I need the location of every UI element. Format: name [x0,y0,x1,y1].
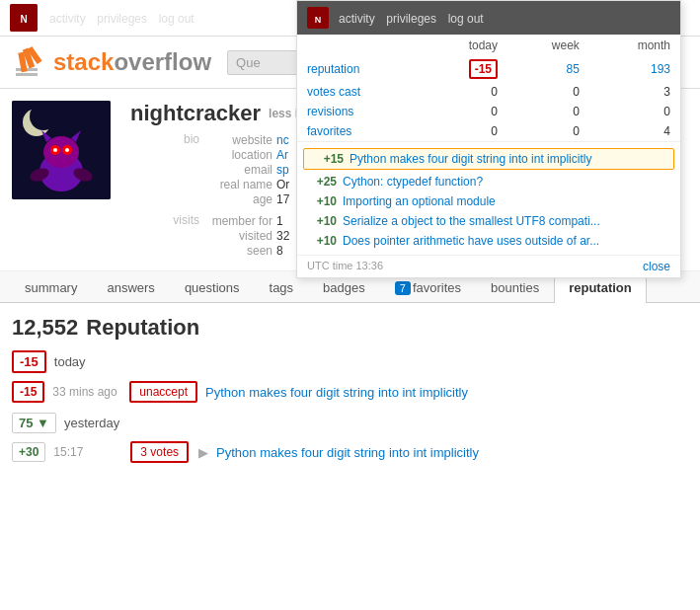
row-today-favorites: 0 [424,121,507,141]
website-value[interactable]: nc [276,133,289,147]
bio-label-area: bio [130,132,199,207]
triangle-icon: ▶ [198,445,208,460]
dropdown-item1-text[interactable]: Python makes four digit string into int … [350,152,591,166]
logo-area: stackoverflow [12,44,211,80]
dropdown-item-4: +10 Serialize a object to the smallest U… [297,211,680,231]
rep-today-change: -15 [12,350,46,373]
logo-text: stackoverflow [53,48,211,76]
row-label-votes[interactable]: votes cast [297,82,424,102]
row-week-votes: 0 [507,82,589,102]
dropdown-item4-score: +10 [307,214,337,228]
reputation-content: 12,552 Reputation -15 today -15 33 mins … [0,303,700,481]
svg-point-10 [30,103,57,130]
dropdown-avatar: N [307,7,329,29]
profile-avatar [12,101,111,199]
visited-value: 32 [276,229,289,243]
rep-yesterday-label: yesterday [64,416,119,430]
dropdown-item-5: +10 Does pointer arithmetic have uses ou… [297,231,680,251]
dropdown-item3-score: +10 [307,194,337,208]
topbar-activity-link[interactable]: activity [49,12,86,26]
rep-item-2: +30 15:17 3 votes ▶ Python makes four di… [12,439,688,465]
location-label: location [203,148,272,162]
row-month-votes: 3 [589,82,680,102]
realname-label: real name [203,178,272,191]
rep-item1-time: 33 mins ago [52,385,121,399]
dropdown-activity-link[interactable]: activity [339,12,375,26]
dropdown-privileges-link[interactable]: privileges [386,12,436,26]
dropdown-item3-text[interactable]: Importing an optional module [343,194,496,208]
table-row-reputation: reputation -15 85 193 [297,56,680,82]
row-month-favorites: 4 [589,121,680,141]
tab-summary[interactable]: summary [10,271,92,303]
email-label: email [203,163,272,177]
rep-item2-change: +30 [12,442,45,462]
seen-value: 8 [276,244,283,258]
location-value: Ar [276,148,288,162]
col-month: month [589,35,680,56]
visits-details: member for 1 visited 32 seen 8 [203,213,289,259]
svg-point-12 [43,136,79,168]
visited-label: visited [203,229,272,243]
svg-point-15 [53,148,57,152]
dropdown-items: +15 Python makes four digit string into … [297,141,680,255]
dropdown-footer: UTC time 13:36 close [297,255,680,277]
close-link[interactable]: close [643,260,670,273]
bio-details: website nc location Ar email sp real nam… [203,132,289,207]
rep-item1-text[interactable]: Python makes four digit string into int … [205,385,468,400]
svg-point-16 [65,148,69,152]
tab-questions[interactable]: questions [170,271,255,303]
row-week-reputation: 85 [507,56,589,82]
rep-item2-text[interactable]: Python makes four digit string into int … [216,445,479,460]
topbar-logout-link[interactable]: log out [159,12,194,26]
table-row-favorites: favorites 0 0 4 [297,121,680,141]
dropdown-item-3: +10 Importing an optional module [297,191,680,211]
dropdown-item-1: +15 Python makes four digit string into … [303,148,674,170]
rep-yesterday-change: 75 ▼ [12,413,56,433]
rep-yesterday-row: 75 ▼ yesterday [12,413,688,433]
age-label: age [203,192,272,206]
col-week: week [507,35,589,56]
row-today-reputation: -15 [424,56,507,82]
row-today-votes: 0 [424,82,507,102]
realname-value: Or [276,178,289,191]
memberfor-label: member for [203,214,272,228]
table-row-revisions: revisions 0 0 0 [297,102,680,121]
age-value: 17 [276,192,289,206]
dropdown-item2-score: +25 [307,175,337,189]
unaccept-button[interactable]: unaccept [129,381,197,403]
rep-title-number: 12,552 [12,315,78,341]
row-label-reputation[interactable]: reputation [297,56,424,82]
dropdown-item-2: +25 Cython: ctypedef function? [297,172,680,191]
dropdown-header: N activity privileges log out [297,1,680,35]
dropdown-item5-text[interactable]: Does pointer arithmetic have uses outsid… [343,234,599,248]
rep-item1-change: -15 [12,381,44,403]
rep-today-label: today [54,354,86,369]
rep-today-row: -15 today [12,350,688,373]
topbar-avatar: N [10,4,38,32]
svg-text:N: N [315,15,322,25]
favorites-badge: 7 [395,281,411,295]
dropdown-nav: activity privileges log out [339,11,492,26]
seen-label: seen [203,244,272,258]
row-month-reputation: 193 [589,56,680,82]
dropdown-item1-score: +15 [314,152,344,166]
col-today: today [424,35,507,56]
row-label-revisions[interactable]: revisions [297,102,424,121]
topbar-privileges-link[interactable]: privileges [97,12,147,26]
row-month-revisions: 0 [589,102,680,121]
dropdown-item4-text[interactable]: Serialize a object to the smallest UTF8 … [343,214,600,228]
row-label-favorites[interactable]: favorites [297,121,424,141]
logo-icon [12,44,47,80]
rep-title-label: Reputation [86,315,199,341]
dropdown-item2-text[interactable]: Cython: ctypedef function? [343,175,483,189]
email-value: sp [276,163,289,177]
activity-dropdown: N activity privileges log out today week… [296,0,681,278]
votes-badge: 3 votes [130,441,189,463]
tab-answers[interactable]: answers [92,271,169,303]
dropdown-logout-link[interactable]: log out [448,12,484,26]
row-week-revisions: 0 [507,102,589,121]
dropdown-item5-score: +10 [307,234,337,248]
table-row-votes: votes cast 0 0 3 [297,82,680,102]
utc-time: UTC time 13:36 [307,260,383,273]
website-label: website [203,133,272,147]
